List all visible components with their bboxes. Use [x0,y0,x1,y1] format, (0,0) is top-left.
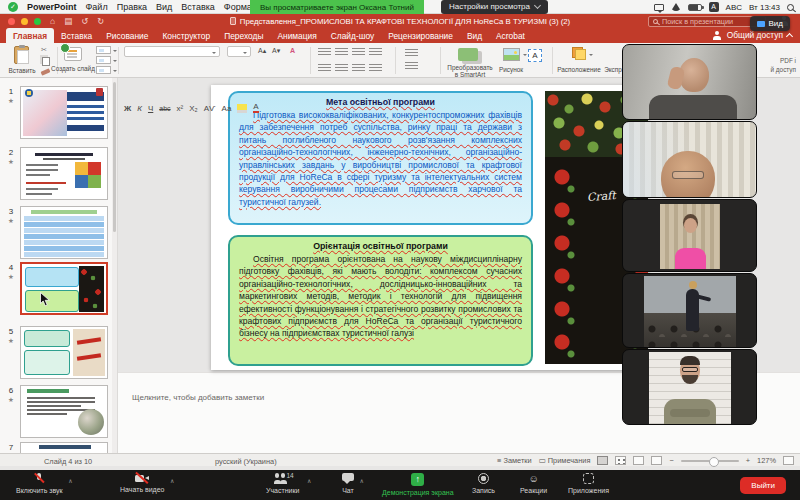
display-mirroring-icon[interactable] [654,4,664,11]
slide-sorter-view-button[interactable] [615,456,626,465]
columns-icon[interactable] [405,62,418,71]
reset-layout-icon[interactable] [96,56,111,64]
slide-thumbnail-7[interactable] [20,442,108,453]
slide-thumbnail-5[interactable] [20,326,108,379]
menu-app-name[interactable]: PowerPoint [27,2,77,12]
menubar-clock[interactable]: Вт 13:43 [749,3,780,12]
slide-thumbnail-2[interactable] [20,147,108,200]
font-color-button[interactable]: А [253,103,258,113]
apps-button[interactable]: Приложения [568,473,609,494]
view-settings-button[interactable]: Настройки просмотра [441,0,548,14]
slide-thumbnail-6[interactable] [20,385,108,438]
font-name-input[interactable] [124,46,220,57]
save-icon[interactable]: ▤ [64,16,72,26]
paste-label[interactable]: Вставить [6,67,38,74]
subscript-button[interactable]: X₂ [189,104,197,113]
maximize-window-button[interactable] [34,18,41,25]
new-slide-icon[interactable] [64,47,82,61]
tab-review[interactable]: Рецензирование [381,28,460,43]
menu-view[interactable]: Вид [156,2,172,12]
participant-video-4[interactable] [622,273,757,348]
undo-icon[interactable]: ↺ [81,16,88,26]
picture-icon[interactable] [503,48,520,61]
textbox-icon[interactable]: А [528,49,542,62]
input-source-icon[interactable]: А [709,2,719,12]
close-window-button[interactable] [8,18,15,25]
notes-toggle[interactable]: ≡ Заметки [497,456,532,465]
notes-placeholder[interactable]: Щелкните, чтобы добавить заметки [132,393,264,402]
arrange-icon[interactable] [572,47,586,60]
participant-video-2[interactable] [622,121,757,198]
strikethrough-button[interactable]: abc [159,105,170,112]
copy-icon[interactable] [42,57,50,66]
participant-video-3[interactable] [622,199,757,272]
zoom-slider[interactable] [681,460,739,462]
comments-toggle[interactable]: ▭ Примечания [539,456,591,465]
align-left-icon[interactable] [318,64,331,73]
clear-formatting-button[interactable]: А [290,47,295,54]
screenshare-status-icon[interactable]: ✓ [8,2,18,12]
numbered-list-icon[interactable] [335,48,348,57]
italic-button[interactable]: К [137,104,142,113]
tab-design[interactable]: Конструктор [155,28,217,43]
highlight-color-icon[interactable] [237,104,247,113]
input-abc-label[interactable]: ABC [726,3,742,12]
increase-indent-icon[interactable] [369,48,382,57]
thumbnail-scrollbar[interactable] [112,78,117,453]
bold-button[interactable]: Ж [124,104,131,113]
smartart-label-2[interactable]: в SmartArt [440,71,500,78]
smartart-label-1[interactable]: Преобразовать [440,64,500,71]
tab-transitions[interactable]: Переходы [217,28,270,43]
new-slide-label[interactable]: Создать слайд [50,65,96,72]
minimize-window-button[interactable] [21,18,28,25]
underline-button[interactable]: Ч [148,104,153,113]
orientation-text-box[interactable]: Орієнтація освітньої програми Освітня пр… [228,235,533,366]
picture-label[interactable]: Рисунок [492,66,530,73]
participants-button[interactable]: 14 Участники ∧ [266,473,299,494]
home-icon[interactable]: ⌂ [50,16,55,26]
search-input[interactable] [662,17,761,26]
slide-canvas[interactable]: Мета освітньої програми Підготовка висок… [211,85,648,370]
acrobat-pdf-truncated-label[interactable]: PDF ій доступ [771,56,796,74]
goal-text-box[interactable]: Мета освітньої програми Підготовка висок… [228,91,533,225]
grow-font-button[interactable]: A▴ [258,47,266,55]
unmute-button[interactable]: Включить звук ∧ [16,473,63,494]
presentation-search-box[interactable] [648,16,766,27]
tab-slideshow[interactable]: Слайд-шоу [324,28,381,43]
reading-view-button[interactable] [633,456,644,465]
wifi-icon[interactable] [671,3,681,11]
tab-home[interactable]: Главная [6,28,54,43]
start-video-button[interactable]: Начать видео ∧ [120,473,164,493]
zoom-view-button[interactable]: Вид [750,16,790,31]
slide-thumbnail-1[interactable] [20,86,108,139]
normal-view-button[interactable] [597,456,608,465]
tab-draw[interactable]: Рисование [99,28,155,43]
line-spacing-icon[interactable] [405,49,418,58]
superscript-button[interactable]: x² [177,104,184,113]
menu-file[interactable]: Файл [86,2,108,12]
menu-edit[interactable]: Правка [117,2,147,12]
smartart-icon[interactable] [458,48,478,61]
shrink-font-button[interactable]: A▾ [272,47,280,55]
zoom-level[interactable]: 127% [757,456,776,465]
tab-animations[interactable]: Анимация [270,28,323,43]
char-spacing-button[interactable]: АѴ [204,104,216,113]
tab-acrobat[interactable]: Acrobat [489,28,532,43]
reactions-button[interactable]: ☺ Реакции [520,473,547,494]
battery-icon[interactable] [688,4,702,11]
layout-icon[interactable] [96,46,111,54]
fit-to-window-button[interactable] [783,456,794,465]
decrease-indent-icon[interactable] [352,48,365,57]
tab-view[interactable]: Вид [460,28,489,43]
share-screen-button[interactable]: ↑ Демонстрация экрана [382,473,454,496]
cut-icon[interactable]: ✂ [41,46,47,54]
spotlight-search-icon[interactable] [787,4,794,11]
zoom-in-button[interactable]: + [746,456,750,465]
participant-video-1[interactable] [622,44,757,120]
change-case-button[interactable]: Аа [221,104,231,113]
slide-thumbnail-4-selected[interactable] [20,262,108,315]
zoom-out-button[interactable]: − [669,456,673,465]
align-center-icon[interactable] [335,64,348,73]
font-size-input[interactable] [227,46,251,57]
redo-icon[interactable]: ↻ [97,16,104,26]
